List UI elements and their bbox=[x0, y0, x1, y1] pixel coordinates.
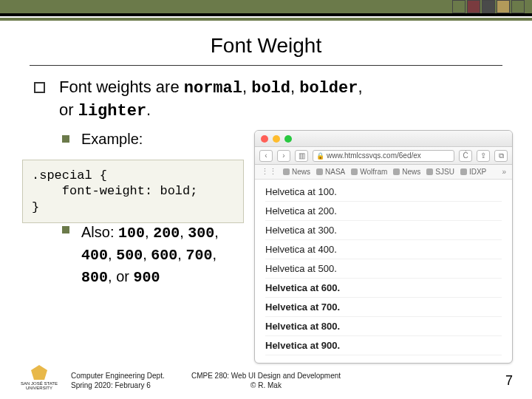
num: 700 bbox=[185, 247, 212, 264]
browser-mock: ‹ › ▥ 🔒 www.htmlcssvqs.com/6ed/ex Ċ ⇪ ⧉ … bbox=[254, 130, 513, 364]
num: 600 bbox=[151, 247, 177, 264]
weight-sample-row: Helvetica at 500. bbox=[265, 259, 502, 279]
num: 100 bbox=[118, 225, 145, 242]
num: 200 bbox=[153, 225, 180, 242]
bullet-also: Also: 100, 200, 300, 400, 500, 600, 700,… bbox=[30, 222, 251, 288]
lock-icon: 🔒 bbox=[316, 152, 324, 160]
close-icon bbox=[261, 135, 268, 143]
bookmark-item[interactable]: Wolfram bbox=[351, 168, 387, 176]
bookmark-item[interactable]: News bbox=[393, 168, 420, 176]
share-button[interactable]: ⇪ bbox=[477, 150, 490, 162]
code-example: .special { font-weight: bold; } bbox=[22, 160, 244, 223]
bookmarks-bar: ⋮⋮ News NASA Wolfram News SJSU IDXP » bbox=[255, 165, 512, 180]
num: 800 bbox=[81, 269, 108, 286]
sidebar-button[interactable]: ▥ bbox=[295, 150, 308, 162]
also-block: Also: 100, 200, 300, 400, 500, 600, 700,… bbox=[30, 222, 251, 288]
bookmark-label: News bbox=[292, 168, 310, 176]
forward-button[interactable]: › bbox=[277, 150, 290, 162]
browser-content: Helvetica at 100.Helvetica at 200.Helvet… bbox=[255, 180, 512, 358]
weight-sample-row: Helvetica at 200. bbox=[265, 202, 502, 221]
footer-center: CMPE 280: Web UI Design and Development … bbox=[0, 372, 532, 390]
back-button[interactable]: ‹ bbox=[259, 150, 273, 162]
slide-top-decor bbox=[0, 0, 532, 21]
weight-sample-row: Helvetica at 100. bbox=[265, 183, 502, 202]
kw-bolder: bolder bbox=[299, 79, 358, 98]
num: 400 bbox=[81, 247, 108, 264]
minimize-icon bbox=[273, 135, 280, 143]
bookmarks-toggle[interactable]: ⋮⋮ bbox=[261, 167, 277, 177]
title-block: Font Weight bbox=[30, 30, 502, 66]
weight-sample-row: Helvetica at 700. bbox=[265, 298, 502, 317]
reader-button[interactable]: Ċ bbox=[459, 150, 472, 162]
text: Font weights are bbox=[59, 78, 184, 96]
kw-normal: normal bbox=[184, 79, 242, 98]
browser-titlebar bbox=[255, 131, 512, 147]
text: , or bbox=[108, 268, 133, 284]
weight-sample-row: Helvetica at 600. bbox=[265, 279, 502, 298]
num: 500 bbox=[116, 247, 143, 264]
bookmark-item[interactable]: IDXP bbox=[460, 168, 486, 176]
bullet-main: Font weights are normal, bold, bolder,or… bbox=[30, 77, 510, 122]
weight-sample-row: Helvetica at 800. bbox=[265, 317, 502, 336]
footer: SAN JOSÉ STATE UNIVERSITY Computer Engin… bbox=[0, 365, 532, 390]
num: 900 bbox=[133, 269, 160, 286]
bookmark-label: NASA bbox=[325, 168, 345, 176]
course-title: CMPE 280: Web UI Design and Development bbox=[0, 372, 532, 381]
weight-sample-row: Helvetica at 900. bbox=[265, 336, 502, 355]
kw-bold: bold bbox=[251, 79, 290, 98]
page-number: 7 bbox=[505, 373, 513, 389]
bookmark-item[interactable]: SJSU bbox=[426, 168, 454, 176]
favicon-icon bbox=[393, 168, 400, 175]
address-bar[interactable]: 🔒 www.htmlcssvqs.com/6ed/ex bbox=[313, 150, 454, 162]
weight-sample-row: Helvetica at 300. bbox=[265, 221, 502, 240]
bookmark-label: News bbox=[402, 168, 420, 176]
favicon-icon bbox=[283, 168, 290, 175]
bookmark-label: SJSU bbox=[435, 168, 454, 176]
copyright: © R. Mak bbox=[0, 381, 532, 391]
tabs-button[interactable]: ⧉ bbox=[494, 150, 508, 162]
favicon-icon bbox=[351, 168, 358, 175]
zoom-icon bbox=[284, 135, 292, 143]
bookmarks-overflow[interactable]: » bbox=[502, 168, 506, 176]
bookmark-label: IDXP bbox=[469, 168, 486, 176]
bookmark-item[interactable]: NASA bbox=[316, 168, 345, 176]
favicon-icon bbox=[316, 168, 323, 175]
bookmark-item[interactable]: News bbox=[283, 168, 310, 176]
favicon-icon bbox=[426, 168, 433, 175]
weight-sample-row: Helvetica at 400. bbox=[265, 240, 502, 259]
text: Also: bbox=[81, 224, 118, 240]
bookmark-label: Wolfram bbox=[360, 168, 387, 176]
slide-title: Font Weight bbox=[30, 30, 502, 62]
num: 300 bbox=[188, 225, 214, 242]
browser-toolbar: ‹ › ▥ 🔒 www.htmlcssvqs.com/6ed/ex Ċ ⇪ ⧉ bbox=[255, 147, 512, 165]
kw-lighter: lighter bbox=[78, 102, 146, 120]
url-text: www.htmlcssvqs.com/6ed/ex bbox=[327, 151, 421, 160]
favicon-icon bbox=[460, 168, 467, 175]
